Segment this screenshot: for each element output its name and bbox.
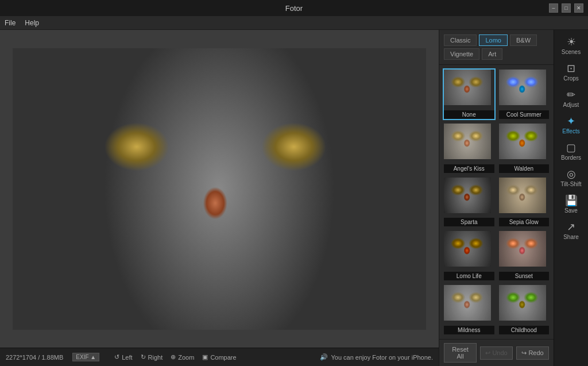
sidebar-adjust[interactable]: ✏Adjust [556, 86, 587, 111]
effect-label-none: None [444, 110, 494, 119]
sidebar-label-save: Save [564, 207, 578, 214]
effect-walden[interactable]: Walden [498, 122, 551, 174]
sidebar-label-share: Share [563, 234, 579, 240]
rotate-right-icon: ↻ [141, 353, 146, 361]
sidebar-label-adjust: Adjust [563, 102, 579, 108]
share-icon: ↗ [567, 222, 575, 232]
filter-tab-classic[interactable]: Classic [444, 34, 477, 46]
filter-tab-lomo[interactable]: Lomo [479, 34, 508, 46]
image-dimensions: 2272*1704 / 1.88MB [6, 354, 63, 361]
sidebar-scenes[interactable]: ☀Scenes [556, 33, 587, 59]
effect-label-sparta: Sparta [444, 218, 494, 226]
undo-icon: ↩ [485, 349, 492, 356]
effect-label-walden: Walden [499, 164, 550, 173]
filter-tab-vignette[interactable]: Vignette [444, 48, 479, 60]
effects-grid: NoneCool SummerAngel's KissWaldenSpartaS… [439, 65, 554, 339]
canvas-area: 2272*1704 / 1.88MB EXIF ▲ ↺ Left ↻ Right… [0, 30, 439, 366]
status-actions: ↺ Left ↻ Right ⊕ Zoom ▣ Compare [114, 353, 236, 361]
menu-bar: File Help [0, 16, 588, 30]
effect-label-lomo-life: Lomo Life [444, 272, 494, 280]
effect-label-mildness: Mildness [444, 326, 494, 334]
filter-tab-art[interactable]: Art [482, 48, 502, 60]
window-controls: – □ ✕ [549, 3, 583, 13]
compare-icon: ▣ [202, 353, 208, 361]
effect-label-cool-summer: Cool Summer [499, 110, 550, 119]
tilt-shift-icon: ◎ [567, 169, 576, 179]
exif-button[interactable]: EXIF ▲ [72, 353, 99, 361]
effects-icon: ✦ [567, 116, 575, 126]
effect-sparta[interactable]: Sparta [443, 176, 496, 228]
save-icon: 💾 [565, 195, 578, 206]
sidebar-crops[interactable]: ⊡Crops [556, 60, 587, 85]
scenes-icon: ☀ [567, 37, 576, 47]
effect-label-angels-kiss: Angel's Kiss [444, 164, 494, 173]
effect-cool-summer[interactable]: Cool Summer [498, 68, 551, 120]
sidebar-effects[interactable]: ✦Effects [556, 113, 587, 138]
zoom-icon: ⊕ [171, 353, 176, 361]
effect-sunset[interactable]: Sunset [498, 230, 551, 282]
borders-icon: ▢ [566, 142, 576, 153]
menu-file[interactable]: File [5, 19, 16, 27]
status-bar: 2272*1704 / 1.88MB EXIF ▲ ↺ Left ↻ Right… [0, 348, 439, 366]
effect-none[interactable]: None [443, 68, 496, 120]
rotate-left-button[interactable]: ↺ Left [114, 353, 132, 361]
adjust-icon: ✏ [567, 90, 575, 100]
image-container [0, 30, 439, 348]
status-message: 🔊 You can enjoy Fotor on your iPhone. [320, 353, 433, 361]
effect-childhood[interactable]: Childhood [498, 284, 551, 336]
reset-all-button[interactable]: Reset All [444, 343, 477, 363]
sidebar-borders[interactable]: ▢Borders [556, 139, 587, 164]
sidebar-label-crops: Crops [563, 75, 579, 82]
app-title: Fotor [285, 4, 303, 13]
crops-icon: ⊡ [567, 63, 575, 74]
sidebar-label-borders: Borders [561, 155, 581, 161]
title-bar: Fotor – □ ✕ [0, 0, 588, 16]
compare-button[interactable]: ▣ Compare [202, 353, 236, 361]
undo-button[interactable]: ↩ Undo [480, 346, 513, 360]
maximize-button[interactable]: □ [562, 3, 571, 13]
effect-sepia-glow[interactable]: Sepia Glow [498, 176, 551, 228]
main-layout: 2272*1704 / 1.88MB EXIF ▲ ↺ Left ↻ Right… [0, 30, 588, 366]
rotate-left-icon: ↺ [114, 353, 119, 361]
sidebar-save[interactable]: 💾Save [556, 192, 587, 217]
panel-bottom: Reset All ↩ Undo ↪ Redo [439, 339, 554, 366]
filter-tabs: ClassicLomoB&WVignetteArt [439, 30, 554, 65]
effects-panel: ClassicLomoB&WVignetteArt NoneCool Summe… [439, 30, 554, 366]
effect-angels-kiss[interactable]: Angel's Kiss [443, 122, 496, 174]
menu-help[interactable]: Help [25, 19, 39, 27]
sidebar-label-tilt-shift: Tilt-Shift [560, 181, 581, 187]
right-sidebar: ☀Scenes⊡Crops✏Adjust✦Effects▢Borders◎Til… [554, 30, 588, 366]
redo-button[interactable]: ↪ Redo [516, 346, 549, 360]
close-button[interactable]: ✕ [574, 3, 583, 13]
sidebar-tilt-shift[interactable]: ◎Tilt-Shift [556, 165, 587, 191]
sidebar-label-effects: Effects [562, 128, 579, 134]
cat-image [13, 48, 426, 330]
speaker-icon: 🔊 [320, 353, 328, 361]
effect-label-childhood: Childhood [499, 326, 550, 334]
rotate-right-button[interactable]: ↻ Right [141, 353, 163, 361]
effect-lomo-life[interactable]: Lomo Life [443, 230, 496, 282]
minimize-button[interactable]: – [549, 3, 558, 13]
sidebar-share[interactable]: ↗Share [556, 218, 587, 244]
effect-label-sunset: Sunset [499, 272, 550, 280]
filter-tab-bw[interactable]: B&W [510, 34, 537, 46]
effect-mildness[interactable]: Mildness [443, 284, 496, 336]
redo-icon: ↪ [521, 349, 528, 356]
effect-label-sepia-glow: Sepia Glow [499, 218, 550, 226]
sidebar-label-scenes: Scenes [562, 49, 581, 55]
zoom-button[interactable]: ⊕ Zoom [171, 353, 194, 361]
